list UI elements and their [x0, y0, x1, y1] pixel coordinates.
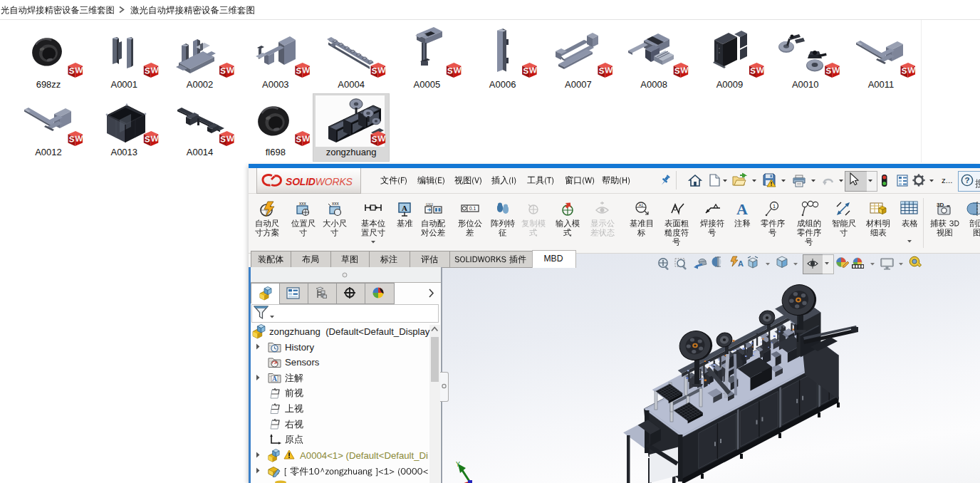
svg-text:S: S: [69, 66, 75, 75]
svg-text:S: S: [750, 66, 756, 75]
svg-text:A: A: [736, 200, 748, 218]
svg-text:S: S: [220, 135, 226, 143]
svg-text:W: W: [226, 134, 234, 143]
svg-text:S: S: [145, 66, 150, 75]
svg-text:S: S: [902, 66, 907, 75]
svg-text:S: S: [69, 135, 75, 143]
svg-text:W: W: [756, 66, 764, 75]
svg-text:S: S: [523, 66, 528, 75]
svg-text:W: W: [151, 134, 159, 143]
svg-text:W: W: [907, 66, 915, 75]
svg-text:Y: Y: [456, 461, 460, 469]
svg-text:W: W: [75, 66, 83, 75]
svg-text:W: W: [302, 66, 310, 75]
svg-text:S: S: [220, 66, 226, 75]
svg-text:A: A: [272, 375, 277, 383]
svg-text:W: W: [226, 66, 234, 75]
svg-text:W: W: [529, 66, 537, 75]
svg-text:W: W: [302, 134, 310, 143]
svg-text:W: W: [378, 66, 386, 75]
svg-text:S: S: [145, 135, 150, 143]
svg-text:A: A: [402, 204, 407, 212]
svg-text:A1: A1: [639, 203, 644, 207]
svg-text:W: W: [605, 66, 612, 75]
svg-text:S: S: [296, 135, 302, 143]
svg-text:W: W: [378, 134, 386, 143]
svg-text:S: S: [599, 66, 605, 75]
svg-text:xxx: xxx: [332, 201, 340, 206]
svg-text:W: W: [75, 134, 83, 143]
svg-text:S: S: [372, 135, 377, 143]
svg-text:⊡⊡: ⊡⊡: [426, 202, 433, 207]
svg-text:1: 1: [773, 203, 776, 209]
svg-text:S: S: [447, 66, 453, 75]
svg-text:?: ?: [964, 176, 969, 185]
svg-text:W: W: [832, 66, 840, 75]
svg-text:W: W: [454, 66, 462, 75]
svg-text:xxx: xxx: [299, 201, 307, 206]
svg-text:W: W: [151, 66, 159, 75]
svg-text:W: W: [681, 66, 689, 75]
svg-text:0.1: 0.1: [469, 206, 476, 211]
svg-text:S: S: [825, 66, 831, 75]
svg-text:S: S: [674, 66, 680, 75]
svg-text:A: A: [738, 259, 744, 268]
svg-text:S: S: [296, 66, 302, 75]
svg-text:S: S: [372, 66, 377, 75]
